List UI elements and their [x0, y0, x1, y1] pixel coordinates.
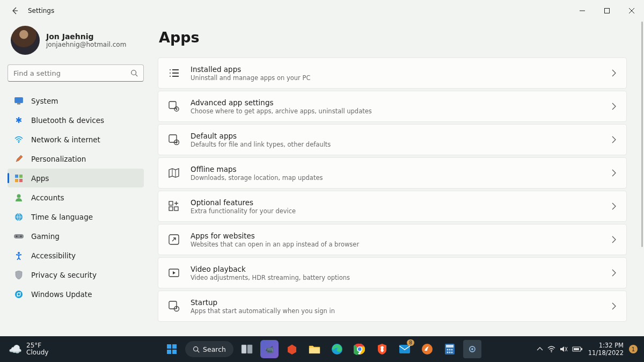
- start-button[interactable]: [163, 340, 181, 358]
- map-icon: [168, 167, 180, 179]
- close-button[interactable]: [619, 0, 644, 21]
- teams-icon[interactable]: 📹: [260, 340, 279, 358]
- settings-task-icon[interactable]: [463, 340, 481, 358]
- svg-rect-46: [399, 345, 410, 353]
- sidebar-item-label: Apps: [31, 174, 49, 183]
- card-title: Startup: [191, 298, 611, 307]
- cloud-icon: ☁️: [9, 343, 22, 356]
- brave-icon[interactable]: [373, 340, 391, 358]
- svg-rect-2: [15, 97, 23, 103]
- chevron-right-icon: [611, 236, 617, 243]
- card-optional-features[interactable]: Optional featuresExtra functionality for…: [158, 191, 627, 222]
- page-title: Apps: [159, 29, 627, 46]
- tray-chevron-icon[interactable]: [537, 346, 543, 352]
- profile-name: Jon Jaehnig: [46, 32, 126, 41]
- sidebar-item-privacy[interactable]: Privacy & security: [8, 265, 144, 284]
- svg-rect-40: [247, 345, 252, 353]
- chrome-icon[interactable]: [350, 340, 369, 358]
- svg-point-9: [17, 194, 21, 198]
- svg-point-53: [447, 352, 448, 353]
- tray-clock[interactable]: 1:32 PM 11/18/2022: [588, 342, 624, 357]
- card-subtitle: Choose where to get apps, archive apps, …: [191, 107, 611, 115]
- chevron-right-icon: [611, 169, 617, 177]
- scrollbar-thumb[interactable]: [641, 21, 643, 247]
- card-startup[interactable]: StartupApps that start automatically whe…: [158, 291, 627, 322]
- main-content: Apps Installed appsUninstall and manage …: [151, 21, 644, 336]
- calculator-icon[interactable]: [441, 340, 459, 358]
- sidebar-item-system[interactable]: System: [8, 91, 144, 110]
- chevron-right-icon: [611, 202, 617, 210]
- svg-rect-39: [241, 345, 246, 353]
- scrollbar[interactable]: [641, 21, 643, 336]
- minimize-button[interactable]: [570, 0, 595, 21]
- sidebar-item-gaming[interactable]: Gaming: [8, 227, 144, 245]
- sidebar-item-accounts[interactable]: Accounts: [8, 188, 144, 207]
- sidebar-item-label: Time & language: [31, 213, 93, 221]
- svg-point-16: [170, 69, 171, 70]
- svg-rect-36: [167, 350, 171, 354]
- card-title: Video playback: [191, 265, 611, 273]
- card-subtitle: Downloads, storage location, map updates: [191, 174, 611, 182]
- taskbar: ☁️ 25°FCloudy Search 📹 ⬢ 8 1:32 PM 11/18…: [0, 336, 644, 362]
- app-icon-orange[interactable]: [418, 340, 436, 358]
- sidebar-item-personalization[interactable]: Personalization: [8, 149, 144, 168]
- tray-volume-icon[interactable]: [560, 345, 568, 353]
- card-default-apps[interactable]: Default appsDefaults for file and link t…: [158, 124, 627, 155]
- chevron-right-icon: [611, 69, 617, 77]
- wifi-icon: [14, 135, 24, 144]
- task-view-icon[interactable]: [238, 340, 256, 358]
- svg-point-55: [451, 352, 452, 353]
- chevron-right-icon: [611, 302, 617, 310]
- sidebar-item-label: Personalization: [31, 155, 86, 163]
- tray-wifi-icon[interactable]: [547, 346, 555, 352]
- checkmark-square-icon: [168, 134, 180, 146]
- sidebar-item-apps[interactable]: Apps: [8, 169, 144, 187]
- mail-icon[interactable]: 8: [396, 340, 414, 358]
- svg-rect-34: [167, 344, 171, 349]
- profile-email: jonjaehnig@hotmail.com: [46, 41, 126, 48]
- sidebar-item-bluetooth[interactable]: ✱Bluetooth & devices: [8, 111, 144, 129]
- sidebar-item-label: Accessibility: [31, 251, 76, 260]
- tray-battery-icon[interactable]: [572, 346, 583, 352]
- card-title: Default apps: [191, 132, 611, 140]
- sidebar-item-accessibility[interactable]: Accessibility: [8, 246, 144, 265]
- search-box[interactable]: [8, 64, 144, 82]
- card-advanced-app-settings[interactable]: Advanced app settingsChoose where to get…: [158, 91, 627, 122]
- svg-point-51: [449, 349, 450, 351]
- accessibility-icon: [14, 251, 24, 260]
- globe-icon: [14, 212, 24, 222]
- sidebar-item-network[interactable]: Network & internet: [8, 130, 144, 149]
- card-offline-maps[interactable]: Offline mapsDownloads, storage location,…: [158, 157, 627, 189]
- card-apps-for-websites[interactable]: Apps for websitesWebsites that can open …: [158, 224, 627, 255]
- card-installed-apps[interactable]: Installed appsUninstall and manage apps …: [158, 57, 627, 89]
- grid-plus-icon: [168, 200, 180, 212]
- edge-icon[interactable]: [328, 340, 346, 358]
- startup-icon: [168, 300, 180, 312]
- back-button[interactable]: [10, 5, 20, 16]
- svg-rect-27: [169, 201, 173, 205]
- weather-widget[interactable]: ☁️ 25°FCloudy: [9, 342, 48, 356]
- maximize-button[interactable]: [595, 0, 619, 21]
- search-input[interactable]: [13, 69, 130, 77]
- office-icon[interactable]: ⬢: [283, 340, 301, 358]
- profile[interactable]: Jon Jaehnig jonjaehnig@hotmail.com: [11, 26, 144, 55]
- chevron-right-icon: [611, 136, 617, 143]
- svg-point-38: [194, 346, 198, 351]
- taskbar-search-label: Search: [203, 345, 226, 353]
- svg-point-12: [16, 235, 18, 237]
- update-icon: [14, 289, 24, 299]
- svg-point-15: [15, 291, 23, 298]
- taskbar-search[interactable]: Search: [185, 341, 233, 357]
- svg-rect-61: [574, 348, 579, 350]
- chevron-right-icon: [611, 103, 617, 110]
- nav-list: System ✱Bluetooth & devices Network & in…: [8, 91, 144, 303]
- svg-rect-32: [169, 301, 177, 309]
- sidebar-item-label: Network & internet: [31, 135, 100, 144]
- card-video-playback[interactable]: Video playbackVideo adjustments, HDR str…: [158, 257, 627, 288]
- file-explorer-icon[interactable]: [305, 340, 324, 358]
- svg-rect-35: [172, 344, 177, 349]
- weather-cond: Cloudy: [26, 349, 48, 356]
- sidebar-item-time[interactable]: Time & language: [8, 207, 144, 226]
- notification-badge[interactable]: 1: [629, 345, 638, 353]
- sidebar-item-update[interactable]: Windows Update: [8, 285, 144, 303]
